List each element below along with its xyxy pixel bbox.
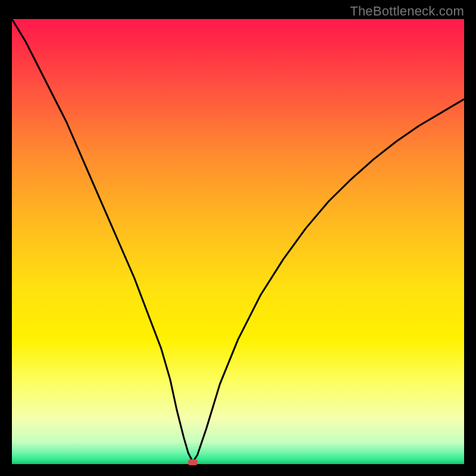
- watermark-text: TheBottleneck.com: [350, 4, 464, 19]
- bottleneck-chart: [0, 0, 476, 476]
- chart-frame: TheBottleneck.com: [0, 0, 476, 476]
- plot-area: [12, 19, 464, 464]
- optimal-point-marker: [188, 459, 198, 465]
